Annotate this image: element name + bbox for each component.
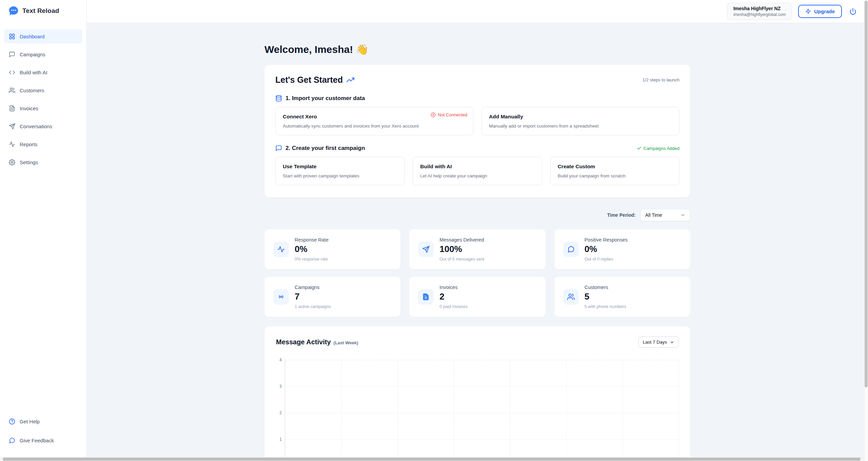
sidebar-item-dashboard[interactable]: Dashboard xyxy=(4,29,82,43)
users-icon xyxy=(567,293,575,301)
create-custom-card[interactable]: Create Custom Build your campaign from s… xyxy=(550,157,679,185)
code-icon xyxy=(9,69,15,76)
broadcast-icon xyxy=(277,293,285,301)
message-activity-title: Message Activity xyxy=(276,338,331,346)
stat-label: Invoices xyxy=(439,285,468,290)
use-template-card[interactable]: Use Template Start with proven campaign … xyxy=(275,157,405,185)
sidebar-item-give-feedback[interactable]: Give Feedback xyxy=(4,433,82,447)
sidebar-item-label: Dashboard xyxy=(20,34,44,39)
sidebar-item-customers[interactable]: Customers xyxy=(4,83,82,97)
users-icon xyxy=(9,87,15,94)
stat-card-response-rate: Response Rate 0% 0% response rate xyxy=(264,229,400,269)
y-tick: 1 xyxy=(279,437,282,442)
app-root: Text Reload Dashboard Campaigns Build wi… xyxy=(0,0,868,461)
database-icon xyxy=(275,95,282,102)
option-description: Build your campaign from scratch xyxy=(558,173,672,178)
stat-value: 7 xyxy=(295,291,331,302)
stat-subtext: Out of 0 replies xyxy=(585,257,628,262)
stat-subtext: 5 with phone numbers xyxy=(585,304,626,309)
file-text-icon xyxy=(9,105,15,112)
stat-label: Campaigns xyxy=(295,285,331,290)
stat-card-messages-delivered: Messages Delivered 100% Out of 5 message… xyxy=(409,229,545,269)
message-circle-icon xyxy=(567,246,575,253)
option-title: Create Custom xyxy=(558,164,672,170)
steps-progress-text: 1/2 steps to launch xyxy=(643,77,679,82)
sidebar-item-conversations[interactable]: Conversations xyxy=(4,119,82,133)
sidebar-item-build-with-ai[interactable]: Build with AI xyxy=(4,65,82,79)
stat-card-positive-responses: Positive Responses 0% Out of 0 replies xyxy=(554,229,690,269)
stats-grid: Response Rate 0% 0% response rate Messag… xyxy=(264,229,690,317)
logout-button[interactable] xyxy=(848,6,858,16)
chart-gridline-v xyxy=(566,360,567,461)
stat-label: Messages Delivered xyxy=(439,237,484,243)
option-description: Start with proven campaign templates xyxy=(283,173,397,178)
y-tick: 3 xyxy=(279,384,282,389)
chart-gridline-v xyxy=(679,360,679,461)
send-icon xyxy=(9,123,15,130)
message-square-icon xyxy=(9,51,15,58)
message-circle-icon xyxy=(9,437,15,444)
stat-value: 0% xyxy=(295,244,329,254)
logo: Text Reload xyxy=(0,0,86,20)
upgrade-button[interactable]: Upgrade xyxy=(798,5,842,18)
option-title: Build with AI xyxy=(420,164,534,170)
sidebar-footer: Get Help Give Feedback xyxy=(0,414,86,461)
upgrade-label: Upgrade xyxy=(814,8,835,14)
sidebar-item-label: Customers xyxy=(20,88,44,93)
stat-card-campaigns: Campaigns 7 1 active campaigns xyxy=(264,277,400,317)
stat-value: 2 xyxy=(439,291,468,302)
chart-gridline-h xyxy=(285,360,679,360)
step2-title: 2. Create your first campaign xyxy=(285,145,365,152)
sidebar: Text Reload Dashboard Campaigns Build wi… xyxy=(0,0,87,461)
chart-gridline-v xyxy=(341,360,342,461)
get-started-card: Let's Get Started 1/2 steps to launch 1.… xyxy=(264,65,690,197)
chart-gridline-v xyxy=(454,360,454,461)
power-icon xyxy=(849,8,856,15)
chart-gridline-v xyxy=(623,360,623,461)
stat-label: Positive Responses xyxy=(585,237,628,243)
activity-range-value: Last 7 Days xyxy=(643,340,667,345)
x-circle-icon xyxy=(431,112,436,117)
wave-emoji: 👋 xyxy=(356,44,369,55)
user-account-box[interactable]: Imesha HighFlyer NZ imesha@highflyerglob… xyxy=(727,3,792,20)
sidebar-item-invoices[interactable]: Invoices xyxy=(4,101,82,115)
message-activity-subtitle: (Last Week) xyxy=(334,340,358,345)
sidebar-item-label: Settings xyxy=(20,159,38,165)
stat-subtext: 0 paid invoices xyxy=(439,304,468,309)
chart-plot-area xyxy=(285,360,679,461)
sidebar-item-reports[interactable]: Reports xyxy=(4,137,82,151)
option-title: Use Template xyxy=(283,164,397,170)
stat-label: Response Rate xyxy=(295,237,329,243)
sidebar-item-label: Conversations xyxy=(20,123,52,129)
option-description: Automatically sync customers and invoice… xyxy=(283,123,466,129)
chart-gridline-h xyxy=(285,386,679,387)
user-email: imesha@highflyerglobal.com xyxy=(733,12,786,17)
trending-up-icon xyxy=(347,76,354,84)
sidebar-item-campaigns[interactable]: Campaigns xyxy=(4,47,82,61)
vertical-scrollbar-thumb[interactable] xyxy=(865,1,868,387)
horizontal-scrollbar[interactable] xyxy=(0,457,868,461)
add-manually-card[interactable]: Add Manually Manually add or import cust… xyxy=(481,107,679,135)
time-period-row: Time Period: All Time xyxy=(264,209,690,221)
time-period-value: All Time xyxy=(645,212,662,218)
time-period-label: Time Period: xyxy=(607,212,636,218)
build-with-ai-card[interactable]: Build with AI Let AI help create your ca… xyxy=(413,157,542,185)
sidebar-item-get-help[interactable]: Get Help xyxy=(4,414,82,428)
activity-range-select[interactable]: Last 7 Days xyxy=(638,337,679,348)
option-description: Manually add or import customers from a … xyxy=(489,123,672,129)
check-icon xyxy=(637,146,642,151)
chevron-down-icon xyxy=(670,340,674,344)
sidebar-item-label: Campaigns xyxy=(20,52,45,57)
chart-gridline-h xyxy=(285,413,679,413)
horizontal-scrollbar-thumb[interactable] xyxy=(3,458,861,461)
time-period-select[interactable]: All Time xyxy=(640,209,690,221)
chat-bubble-icon xyxy=(8,5,19,16)
activity-icon xyxy=(9,141,15,148)
connect-xero-card[interactable]: Connect Xero Automatically sync customer… xyxy=(275,107,473,135)
stat-subtext: 1 active campaigns xyxy=(295,304,331,309)
chevron-down-icon xyxy=(680,213,685,217)
sidebar-nav: Dashboard Campaigns Build with AI Custom… xyxy=(0,20,86,169)
sidebar-item-settings[interactable]: Settings xyxy=(4,155,82,169)
option-title: Add Manually xyxy=(489,114,672,120)
vertical-scrollbar[interactable] xyxy=(864,0,868,461)
